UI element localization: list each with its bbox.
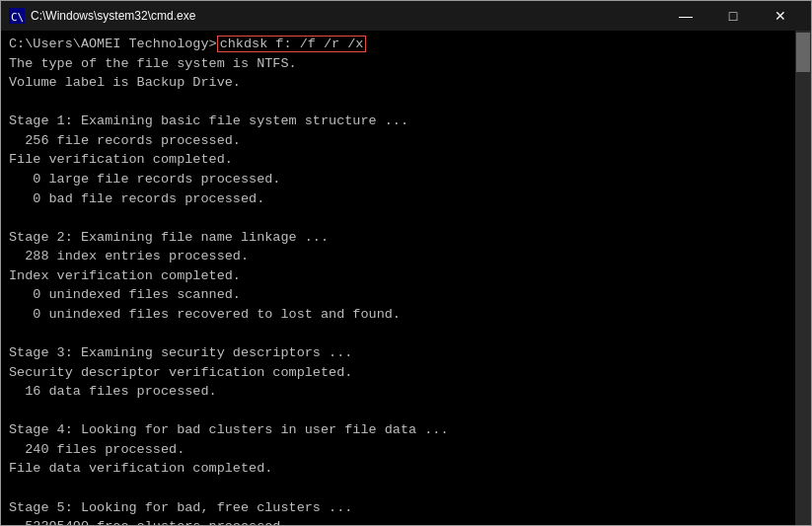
cmd-icon: C\ [9, 8, 25, 24]
svg-text:C\: C\ [11, 11, 24, 24]
window-title: C:\Windows\system32\cmd.exe [31, 9, 195, 23]
scrollbar[interactable] [795, 31, 811, 525]
maximize-button[interactable]: □ [710, 1, 756, 31]
title-bar-controls: — □ ✕ [663, 1, 803, 31]
console-body[interactable]: C:\Users\AOMEI Technology>chkdsk f: /f /… [1, 31, 811, 525]
prompt: C:\Users\AOMEI Technology> [9, 37, 217, 51]
cmd-window: C\ C:\Windows\system32\cmd.exe — □ ✕ C:\… [0, 0, 812, 526]
console-output: C:\Users\AOMEI Technology>chkdsk f: /f /… [9, 35, 803, 525]
title-bar: C\ C:\Windows\system32\cmd.exe — □ ✕ [1, 1, 811, 31]
command-text: chkdsk f: /f /r /x [217, 36, 367, 52]
close-button[interactable]: ✕ [758, 1, 803, 31]
minimize-button[interactable]: — [663, 1, 708, 31]
output-text: The type of the file system is NTFS. Vol… [9, 56, 473, 525]
scrollbar-thumb[interactable] [796, 33, 810, 72]
title-bar-left: C\ C:\Windows\system32\cmd.exe [9, 8, 195, 24]
